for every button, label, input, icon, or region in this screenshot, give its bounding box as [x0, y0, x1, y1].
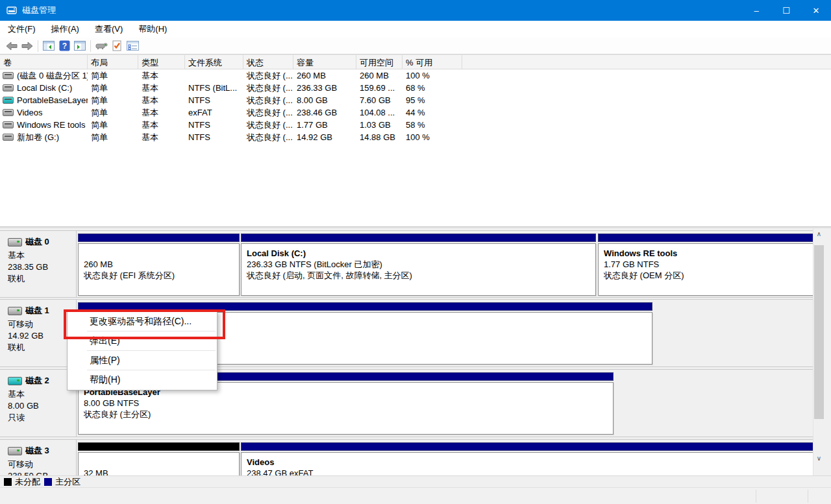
partition-c-drive[interactable]: Local Disk (C:) 236.33 GB NTFS (BitLocke…: [241, 234, 596, 296]
col-volume[interactable]: 卷: [0, 55, 88, 69]
menu-item-change-drive-letter[interactable]: 更改驱动器号和路径(C)...: [68, 312, 217, 331]
table-row[interactable]: Windows RE tools 简单 基本 NTFS 状态良好 (... 1.…: [0, 119, 831, 131]
toolbar-separator: [38, 40, 38, 52]
partition-status: 状态良好 (主分区): [84, 409, 610, 420]
partition-color-bar: [78, 234, 240, 242]
disk-type: 基本: [8, 389, 76, 400]
device-icon[interactable]: [93, 39, 109, 53]
partition-size: 8.00 GB NTFS: [84, 398, 610, 409]
minimize-button[interactable]: –: [741, 0, 771, 21]
disk-icon: [8, 377, 22, 385]
table-row[interactable]: (磁盘 0 磁盘分区 1) 简单 基本 状态良好 (... 260 MB 260…: [0, 69, 831, 82]
partition-status: 状态良好 (OEM 分区): [604, 270, 810, 281]
cell-status: 状态良好 (...: [243, 82, 293, 94]
menu-bar: 文件(F) 操作(A) 查看(V) 帮助(H): [0, 21, 831, 38]
disk-1-label[interactable]: 磁盘 1 可移动 14.92 GB 联机: [0, 300, 77, 366]
volume-icon: [3, 134, 14, 141]
cell-fs: NTFS: [185, 120, 243, 130]
vertical-scrollbar[interactable]: ∧ ∨: [813, 228, 825, 475]
col-type[interactable]: 类型: [138, 55, 185, 69]
statusbar-separator: [808, 490, 808, 503]
disk-name: 磁盘 0: [25, 236, 49, 248]
cell-fs: NTFS (BitL...: [185, 83, 243, 93]
menu-view[interactable]: 查看(V): [87, 21, 130, 38]
disk-status: 只读: [8, 412, 76, 424]
cell-layout: 简单: [88, 107, 138, 119]
scroll-down-icon[interactable]: ∨: [813, 453, 825, 464]
back-icon[interactable]: [4, 39, 19, 53]
maximize-button[interactable]: ☐: [771, 0, 801, 21]
partition-size: 260 MB: [84, 259, 236, 270]
partition-efi[interactable]: 260 MB 状态良好 (EFI 系统分区): [78, 234, 240, 296]
menu-action[interactable]: 操作(A): [43, 21, 87, 38]
menu-item-properties[interactable]: 属性(P): [68, 351, 217, 370]
cell-volume: Local Disk (C:): [17, 83, 72, 93]
toolbar-separator: [90, 40, 91, 52]
col-free-space[interactable]: 可用空间: [356, 55, 403, 69]
status-bar: [0, 487, 831, 504]
disk-type: 可移动: [8, 318, 76, 330]
cell-type: 基本: [138, 107, 185, 119]
disk-status: 联机: [8, 342, 76, 354]
checklist-icon[interactable]: [125, 39, 140, 53]
window-title: 磁盘管理: [22, 5, 56, 16]
disk-name: 磁盘 3: [25, 445, 49, 457]
cell-type: 基本: [138, 119, 185, 131]
table-row[interactable]: PortableBaseLayer 简单 基本 NTFS 状态良好 (... 8…: [0, 94, 831, 106]
cell-pct: 58 %: [403, 120, 462, 130]
cell-type: 基本: [138, 70, 185, 82]
col-layout[interactable]: 布局: [88, 55, 138, 69]
col-status[interactable]: 状态: [243, 55, 293, 69]
menu-file[interactable]: 文件(F): [0, 21, 43, 38]
scrollbar-thumb[interactable]: [814, 245, 824, 419]
partition-unallocated[interactable]: 32 MB: [78, 442, 240, 475]
disk-2-label[interactable]: 磁盘 2 基本 8.00 GB 只读: [0, 370, 77, 437]
disk-size: 8.00 GB: [8, 400, 76, 412]
col-filesystem[interactable]: 文件系统: [185, 55, 243, 69]
col-capacity[interactable]: 容量: [293, 55, 356, 69]
volume-table-body: (磁盘 0 磁盘分区 1) 简单 基本 状态良好 (... 260 MB 260…: [0, 69, 831, 143]
cell-volume: Videos: [17, 108, 43, 117]
cell-fs: NTFS: [185, 132, 243, 142]
partition-videos[interactable]: Videos 238.47 GB exFAT: [241, 442, 813, 475]
menu-help[interactable]: 帮助(H): [130, 21, 175, 38]
disk-3-label[interactable]: 磁盘 3 可移动 238.50 GB: [0, 440, 77, 475]
disk-name: 磁盘 2: [25, 375, 49, 387]
close-button[interactable]: ✕: [801, 0, 831, 21]
partition-size: 238.47 GB exFAT: [247, 468, 810, 475]
forward-icon[interactable]: [19, 39, 35, 53]
disk-0-label[interactable]: 磁盘 0 基本 238.35 GB 联机: [0, 231, 77, 297]
cell-capacity: 260 MB: [293, 71, 356, 80]
table-row[interactable]: Videos 简单 基本 exFAT 状态良好 (... 238.46 GB 1…: [0, 106, 831, 119]
cell-free: 14.88 GB: [356, 132, 403, 142]
help-icon[interactable]: ?: [56, 39, 72, 53]
action-pane-icon[interactable]: [72, 39, 88, 53]
table-row[interactable]: Local Disk (C:) 简单 基本 NTFS (BitL... 状态良好…: [0, 82, 831, 94]
menu-item-eject[interactable]: 弹出(E): [68, 331, 217, 350]
cell-volume: Windows RE tools: [17, 120, 85, 130]
scroll-up-icon[interactable]: ∧: [813, 228, 825, 239]
disk-icon: [8, 238, 22, 246]
partition-windows-re[interactable]: Windows RE tools 1.77 GB NTFS 状态良好 (OEM …: [598, 234, 813, 296]
legend-label: 未分配: [15, 476, 40, 488]
disk-icon: [8, 307, 22, 315]
cell-free: 1.03 GB: [356, 120, 403, 130]
table-row[interactable]: 新加卷 (G:) 简单 基本 NTFS 状态良好 (... 14.92 GB 1…: [0, 131, 831, 143]
disk-size: 238.35 GB: [8, 261, 76, 273]
cell-volume: PortableBaseLayer: [17, 95, 88, 105]
cell-pct: 100 %: [403, 71, 462, 80]
partition-size: 32 MB: [84, 468, 236, 475]
console-tree-icon[interactable]: [41, 39, 56, 53]
col-pct-free[interactable]: % 可用: [403, 55, 462, 69]
legend-bar: 未分配 主分区: [0, 475, 831, 487]
cell-capacity: 238.46 GB: [293, 108, 356, 117]
menu-item-help[interactable]: 帮助(H): [68, 370, 217, 389]
volume-icon: [3, 84, 14, 91]
check-document-icon[interactable]: [109, 39, 125, 53]
cell-status: 状态良好 (...: [243, 132, 293, 143]
cell-type: 基本: [138, 82, 185, 94]
partition-title: Videos: [247, 457, 810, 468]
partition-title: [84, 457, 236, 468]
cell-capacity: 236.33 GB: [293, 83, 356, 93]
disk-type: 可移动: [8, 459, 76, 470]
